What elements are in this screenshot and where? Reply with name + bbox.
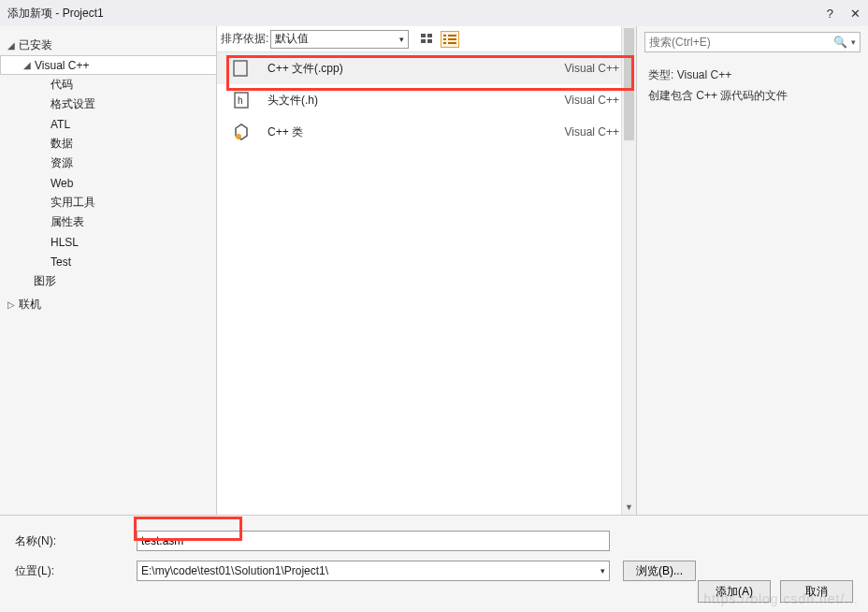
svg-rect-4 — [443, 35, 446, 36]
tree-label: 实用工具 — [51, 195, 95, 211]
svg-rect-1 — [427, 34, 432, 37]
svg-point-15 — [236, 134, 241, 139]
location-value: E:\my\code\test01\Solution1\Project1\ — [141, 564, 328, 577]
tree-label: Web — [51, 177, 73, 190]
sort-label: 排序依据: — [221, 31, 268, 47]
template-pane: 排序依据: 默认值 ++C++ 文件(.cpp)Visual C++h头文件(.… — [217, 26, 636, 515]
svg-rect-6 — [443, 38, 446, 40]
template-lang: Visual C++ — [565, 125, 619, 138]
scrollbar[interactable]: ▲ ▼ — [621, 26, 636, 515]
svg-rect-9 — [448, 42, 456, 44]
dropdown-icon[interactable]: ▾ — [851, 37, 856, 47]
titlebar: 添加新项 - Project1 ? ✕ — [0, 0, 868, 26]
tree-installed[interactable]: ◢ 已安装 — [0, 36, 216, 55]
template-list: ++C++ 文件(.cpp)Visual C++h头文件(.h)Visual C… — [217, 52, 636, 515]
template-item[interactable]: ++C++ 文件(.cpp)Visual C++ — [217, 52, 636, 84]
svg-text:h: h — [238, 95, 243, 106]
tree-item[interactable]: ATL — [0, 114, 216, 134]
tree-visual-cpp[interactable]: ◢ Visual C++ — [0, 55, 217, 75]
type-label: 类型: — [648, 68, 673, 81]
template-item[interactable]: h头文件(.h)Visual C++ — [217, 84, 636, 116]
sort-combo[interactable]: 默认值 — [270, 30, 409, 49]
sidebar: ◢ 已安装 ◢ Visual C++ 代码格式设置ATL数据资源Web实用工具属… — [0, 26, 217, 515]
tree-label: 图形 — [34, 273, 56, 289]
list-icon — [443, 34, 456, 45]
search-field[interactable] — [649, 36, 833, 49]
search-icon: 🔍 — [833, 36, 847, 49]
help-button[interactable]: ? — [827, 7, 833, 21]
template-lang: Visual C++ — [565, 94, 619, 107]
template-name: 头文件(.h) — [268, 93, 565, 109]
tree-item[interactable]: 属性表 — [0, 212, 216, 232]
search-input[interactable]: 🔍 ▾ — [644, 32, 861, 52]
svg-rect-8 — [443, 42, 446, 44]
browse-button[interactable]: 浏览(B)... — [623, 561, 696, 581]
chevron-down-icon: ◢ — [23, 60, 35, 70]
svg-rect-3 — [427, 39, 432, 43]
svg-rect-2 — [421, 39, 426, 43]
tree-label: 已安装 — [19, 37, 52, 53]
template-lang: Visual C++ — [565, 62, 619, 75]
add-button[interactable]: 添加(A) — [698, 580, 771, 603]
svg-rect-0 — [421, 34, 426, 37]
form-area: 名称(N): 位置(L): E:\my\code\test01\Solution… — [0, 515, 868, 612]
details-pane: 🔍 ▾ 类型: Visual C++ 创建包含 C++ 源代码的文件 — [636, 26, 868, 515]
tree-item[interactable]: HLSL — [0, 232, 216, 252]
template-icon: h — [230, 89, 253, 111]
svg-rect-7 — [448, 38, 456, 40]
tree-item[interactable]: 实用工具 — [0, 193, 216, 212]
tree-label: ATL — [51, 118, 70, 131]
tree-label: 代码 — [51, 77, 73, 93]
template-icon: ++ — [230, 57, 253, 80]
tree-label: Test — [51, 255, 71, 269]
template-name: C++ 类 — [268, 124, 565, 140]
name-input[interactable] — [137, 531, 610, 551]
tree-label: Visual C++ — [35, 59, 89, 72]
tree-label: 格式设置 — [51, 96, 95, 112]
chevron-right-icon: ▷ — [7, 299, 19, 310]
tree-label: 资源 — [51, 155, 73, 171]
tree-item[interactable]: 格式设置 — [0, 95, 216, 114]
scroll-thumb[interactable] — [624, 28, 634, 140]
view-small-icons[interactable] — [441, 31, 459, 48]
tree-label: 数据 — [51, 136, 73, 152]
tree-item[interactable]: 数据 — [0, 134, 216, 153]
tree-item[interactable]: Test — [0, 252, 216, 271]
type-value: Visual C++ — [677, 68, 731, 81]
sort-value: 默认值 — [275, 31, 309, 47]
location-combo[interactable]: E:\my\code\test01\Solution1\Project1\ — [137, 561, 610, 581]
template-item[interactable]: C++ 类Visual C++ — [217, 116, 636, 148]
cancel-button[interactable]: 取消 — [780, 580, 853, 603]
template-icon — [230, 121, 253, 143]
location-label: 位置(L): — [15, 563, 137, 579]
scroll-down-icon[interactable]: ▼ — [622, 500, 636, 515]
name-label: 名称(N): — [15, 533, 137, 549]
tree-label: 联机 — [19, 297, 41, 313]
tree-item[interactable]: 资源 — [0, 153, 216, 173]
chevron-down-icon: ◢ — [7, 40, 19, 51]
close-button[interactable]: ✕ — [850, 7, 861, 21]
template-name: C++ 文件(.cpp) — [268, 61, 565, 77]
tree-label: HLSL — [51, 236, 79, 249]
tree-online[interactable]: ▷ 联机 — [0, 295, 216, 314]
grid-icon — [421, 34, 434, 45]
template-description: 创建包含 C++ 源代码的文件 — [648, 86, 857, 107]
svg-rect-10 — [234, 61, 247, 76]
tree-graphics[interactable]: 图形 — [0, 271, 216, 291]
tree-label: 属性表 — [51, 214, 84, 230]
dialog-title: 添加新项 - Project1 — [7, 6, 827, 22]
tree-item[interactable]: Web — [0, 173, 216, 193]
tree-item[interactable]: 代码 — [0, 75, 216, 95]
svg-text:++: ++ — [241, 59, 251, 61]
svg-rect-5 — [448, 35, 456, 36]
view-medium-icons[interactable] — [418, 31, 437, 48]
